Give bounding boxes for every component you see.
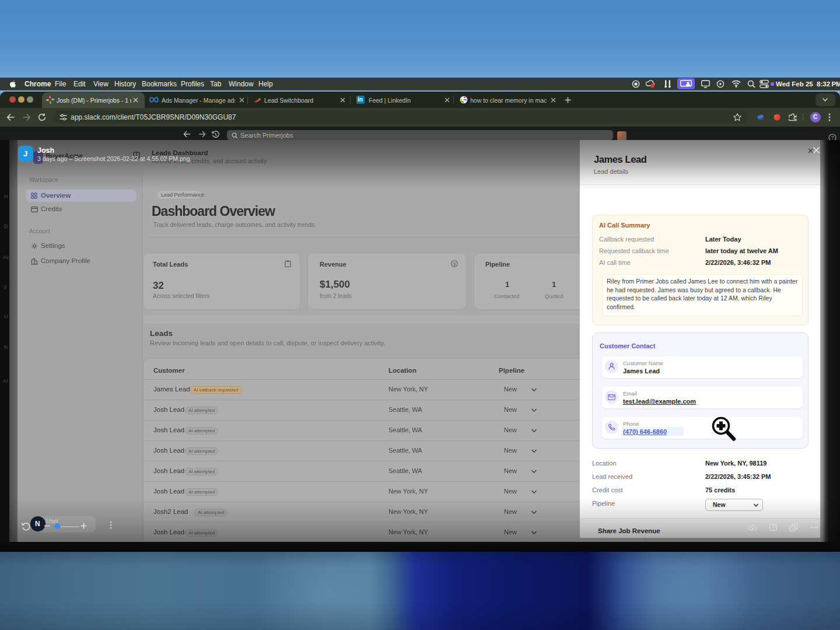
svg-text:$: $ — [453, 261, 456, 267]
